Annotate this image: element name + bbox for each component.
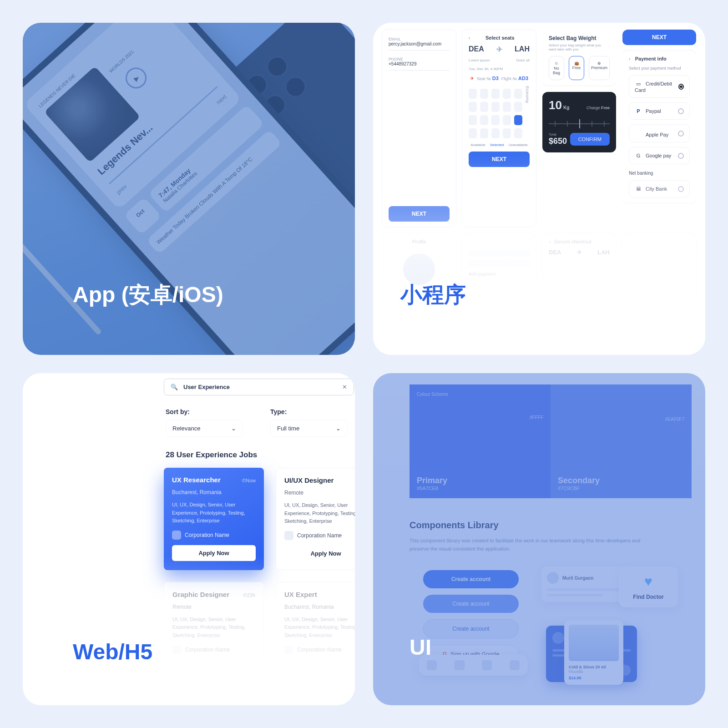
phone-value: +5448927329 [389, 61, 450, 66]
job-tags: UI, UX, Design, Senior, User Experience,… [172, 501, 256, 525]
sort-label: Sort by: [166, 408, 243, 415]
next-button[interactable]: NEXT [622, 30, 696, 45]
total-value: $650 [549, 136, 567, 146]
confirm-button[interactable]: CONFIRM [570, 133, 610, 146]
bag-opt-premium[interactable]: ⊕Premium [589, 56, 610, 80]
apple-icon [635, 129, 642, 136]
payment-title: Payment info [635, 56, 667, 61]
flight-num: AD3 [518, 76, 528, 81]
legend-available: Available [470, 143, 485, 147]
from-sub: Lorem ipsum [469, 58, 490, 62]
charge-label: Charge [586, 106, 600, 110]
total-label: Total [549, 132, 567, 136]
sort-dropdown[interactable]: Relevance⌄ [166, 420, 243, 437]
card-ui[interactable]: Colour Scheme#FFFF Primary#5A7CE8 #EAF0F… [373, 373, 705, 705]
radio-icon[interactable] [678, 108, 684, 114]
job-title: UI/UX Designer [284, 476, 334, 484]
flight-date: Tue, Dec 30, 4:30PM [469, 67, 530, 71]
seat-selected[interactable] [514, 115, 522, 125]
fade-overlay [23, 556, 355, 706]
card-icon: ▭ [635, 80, 642, 87]
card-label-web: Web/H5 [73, 639, 152, 664]
to-sub: Dolor sit [516, 58, 530, 62]
legend-selected: Selected [490, 143, 504, 147]
cabin-class: Economy [525, 86, 530, 138]
kg-value: 10 [549, 98, 562, 112]
jobs-heading: 28 User Experience Jobs [166, 450, 355, 460]
radio-on-icon[interactable] [678, 84, 684, 90]
phone-label: PHONE [389, 57, 450, 61]
type-dropdown[interactable]: Full time⌄ [270, 420, 348, 437]
charge-value: Free [601, 106, 610, 110]
fade-overlay [373, 156, 705, 355]
legend-unavailable: Unavailable [509, 143, 528, 147]
search-bar[interactable]: 🔍 User Experience ✕ [164, 379, 354, 395]
card-label-app: App (安卓/iOS) [73, 280, 223, 309]
back-icon[interactable]: ‹ [629, 56, 631, 61]
company-name: Corporation Name [185, 532, 229, 538]
kg-unit: Kg [563, 105, 569, 110]
seat-map[interactable] [469, 89, 522, 138]
job-location: Bucharest, Romania [172, 489, 256, 495]
paypal-icon: P [635, 107, 642, 115]
radio-icon[interactable] [678, 131, 684, 136]
seats-title: Select seats [485, 35, 515, 40]
to-code: LAH [515, 45, 530, 54]
bag-sub: Select your bag weight what you want tak… [549, 43, 610, 51]
job-card-featured[interactable]: UX Researcher©Now Bucharest, Romania UI,… [164, 468, 264, 570]
pay-method-apple[interactable]: Apple Pay [629, 124, 690, 142]
email-label: EMAIL [389, 37, 450, 41]
pay-method-paypal[interactable]: PPaypal [629, 102, 690, 120]
card-label-ui: UI [410, 635, 431, 660]
job-location: Remote [284, 490, 355, 496]
company-logo [284, 531, 293, 540]
card-mini-program[interactable]: EMAIL percy.jackson@gmail.com PHONE +544… [373, 23, 705, 355]
card-label-mini: 小程序 [400, 280, 466, 309]
bag-opt-free[interactable]: 👜Free [569, 56, 584, 80]
job-title: UX Researcher [172, 476, 221, 484]
email-value: percy.jackson@gmail.com [389, 41, 450, 46]
bag-title: Select Bag Weight [549, 35, 610, 41]
job-time: ©Now [242, 478, 256, 483]
job-tags: UI, UX, Design, Senior, User Experience,… [284, 501, 355, 526]
chevron-down-icon: ⌄ [231, 425, 236, 432]
company-logo [172, 531, 181, 540]
card-web[interactable]: 🔍 User Experience ✕ | ⌖ Sort by: Relevan… [23, 373, 355, 705]
card-app[interactable]: LEGENDS NEVER DIE WORLDS 2021 ▶ Legends … [23, 23, 355, 355]
payment-sub: Select your payment method [629, 66, 690, 71]
bag-opt-none[interactable]: ⦸No Bag [549, 56, 564, 80]
seat-lbl: Seat № [477, 76, 491, 81]
pay-method-card[interactable]: ▭Credit/Debit Card [629, 75, 690, 98]
flight-lbl: Flight № [501, 76, 517, 81]
seat-num: D3 [492, 76, 499, 81]
chevron-down-icon: ⌄ [336, 425, 341, 432]
back-icon[interactable]: ‹ [469, 35, 470, 40]
weight-slider-panel: 10 Kg Charge Free Total$650 CONFIRM [542, 92, 616, 152]
search-icon: 🔍 [171, 384, 178, 390]
weight-slider[interactable] [549, 123, 610, 124]
clear-icon[interactable]: ✕ [342, 384, 347, 390]
search-query: User Experience [183, 384, 230, 390]
from-code: DEA [469, 45, 484, 54]
job-card[interactable]: UI/UX Designer©11h Remote UI, UX, Design… [276, 468, 355, 570]
company-name: Corporation Name [297, 532, 342, 539]
type-label: Type: [270, 408, 348, 415]
